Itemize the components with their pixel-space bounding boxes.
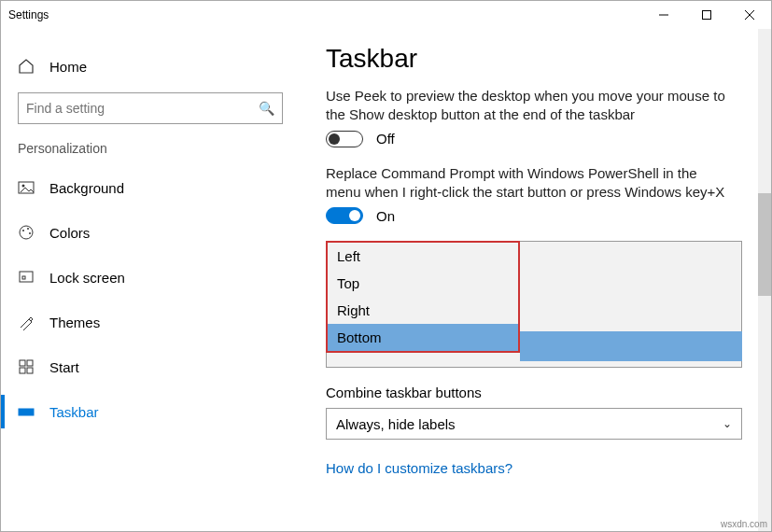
- scrollbar-thumb[interactable]: [758, 193, 771, 296]
- sidebar-item-start[interactable]: Start: [18, 344, 300, 389]
- combine-dropdown[interactable]: Always, hide labels ⌄: [326, 408, 742, 440]
- svg-rect-13: [27, 360, 33, 366]
- svg-point-5: [22, 185, 25, 188]
- option-bottom[interactable]: Bottom: [328, 324, 518, 351]
- sidebar: Home 🔍 Personalization Background Colors…: [1, 29, 300, 531]
- svg-point-9: [29, 232, 31, 234]
- start-icon: [18, 358, 49, 375]
- svg-rect-11: [22, 276, 25, 279]
- sidebar-item-taskbar[interactable]: Taskbar: [18, 389, 300, 434]
- svg-rect-1: [703, 11, 711, 20]
- chevron-down-icon: ⌄: [723, 417, 732, 430]
- themes-icon: [18, 314, 49, 330]
- search-input[interactable]: [26, 101, 259, 116]
- combine-label: Combine taskbar buttons: [326, 385, 745, 400]
- sidebar-item-label: Lock screen: [49, 270, 125, 286]
- powershell-toggle[interactable]: [326, 207, 363, 224]
- palette-icon: [18, 224, 49, 241]
- svg-point-8: [27, 228, 29, 230]
- home-label: Home: [49, 59, 87, 75]
- close-button[interactable]: [728, 1, 771, 29]
- maximize-button[interactable]: [685, 1, 728, 29]
- watermark: wsxdn.com: [721, 519, 767, 529]
- sidebar-item-label: Background: [49, 180, 124, 196]
- main-panel: Taskbar Use Peek to preview the desktop …: [300, 29, 771, 531]
- svg-rect-10: [20, 272, 33, 282]
- option-top[interactable]: Top: [328, 270, 518, 297]
- powershell-toggle-state: On: [376, 208, 395, 224]
- help-link[interactable]: How do I customize taskbars?: [326, 460, 512, 476]
- sidebar-item-label: Taskbar: [49, 404, 99, 420]
- home-nav[interactable]: Home: [18, 48, 300, 85]
- sidebar-item-background[interactable]: Background: [18, 165, 300, 210]
- section-header: Personalization: [18, 141, 300, 156]
- peek-toggle[interactable]: [326, 131, 363, 147]
- minimize-button[interactable]: [642, 1, 685, 29]
- svg-rect-16: [19, 409, 34, 415]
- sidebar-item-label: Start: [49, 359, 79, 375]
- sidebar-item-label: Themes: [49, 315, 100, 330]
- picture-icon: [18, 179, 49, 196]
- peek-toggle-state: Off: [376, 131, 395, 147]
- taskbar-icon: [18, 403, 49, 420]
- sidebar-item-lockscreen[interactable]: Lock screen: [18, 255, 300, 300]
- svg-point-6: [20, 226, 33, 239]
- search-box[interactable]: 🔍: [18, 92, 283, 124]
- sidebar-item-label: Colors: [49, 225, 90, 241]
- svg-rect-12: [20, 360, 25, 366]
- svg-rect-14: [20, 368, 25, 373]
- dropdown-options-list: Left Top Right Bottom: [326, 241, 520, 353]
- combine-value: Always, hide labels: [336, 416, 456, 432]
- peek-description: Use Peek to preview the desktop when you…: [326, 87, 727, 125]
- taskbar-location-dropdown[interactable]: Left Top Right Bottom: [326, 241, 742, 368]
- svg-rect-15: [27, 368, 33, 373]
- home-icon: [18, 58, 49, 75]
- lockscreen-icon: [18, 269, 49, 286]
- option-right[interactable]: Right: [328, 297, 518, 324]
- window-title: Settings: [8, 8, 642, 21]
- svg-point-7: [22, 230, 24, 231]
- option-left[interactable]: Left: [328, 243, 518, 270]
- sidebar-item-colors[interactable]: Colors: [18, 210, 300, 255]
- page-title: Taskbar: [326, 44, 745, 74]
- sidebar-item-themes[interactable]: Themes: [18, 300, 300, 344]
- search-icon: 🔍: [259, 101, 274, 116]
- powershell-description: Replace Command Prompt with Windows Powe…: [326, 164, 727, 203]
- dropdown-selection-highlight: [520, 331, 742, 361]
